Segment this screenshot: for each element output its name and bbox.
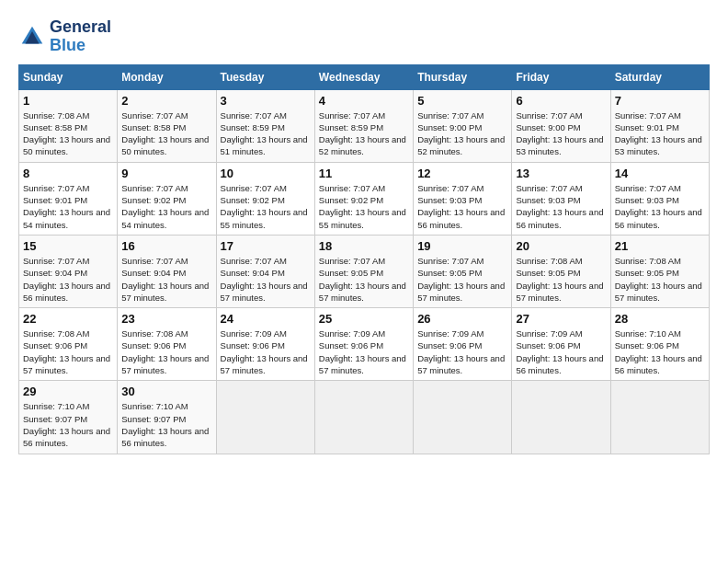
logo: General Blue [18, 18, 111, 55]
day-number: 8 [23, 167, 113, 180]
day-number: 30 [121, 385, 211, 398]
calendar-cell [610, 381, 709, 454]
calendar-cell: 24 Sunrise: 7:09 AM Sunset: 9:06 PM Dayl… [216, 308, 314, 381]
day-number: 29 [23, 385, 113, 398]
col-thursday: Thursday [414, 64, 512, 89]
calendar-cell: 4 Sunrise: 7:07 AM Sunset: 8:59 PM Dayli… [314, 89, 413, 162]
calendar-cell [314, 381, 413, 454]
day-info: Sunrise: 7:07 AM Sunset: 9:03 PM Dayligh… [417, 182, 507, 231]
logo-icon [18, 23, 46, 51]
calendar-week-row-5: 29 Sunrise: 7:10 AM Sunset: 9:07 PM Dayl… [19, 381, 710, 454]
day-info: Sunrise: 7:09 AM Sunset: 9:06 PM Dayligh… [319, 327, 409, 376]
day-info: Sunrise: 7:07 AM Sunset: 9:04 PM Dayligh… [23, 255, 113, 304]
calendar-cell: 6 Sunrise: 7:07 AM Sunset: 9:00 PM Dayli… [512, 89, 610, 162]
day-info: Sunrise: 7:08 AM Sunset: 8:58 PM Dayligh… [23, 109, 113, 158]
day-info: Sunrise: 7:08 AM Sunset: 9:05 PM Dayligh… [516, 255, 606, 304]
calendar-cell: 28 Sunrise: 7:10 AM Sunset: 9:06 PM Dayl… [610, 308, 709, 381]
calendar-cell: 19 Sunrise: 7:07 AM Sunset: 9:05 PM Dayl… [414, 235, 512, 307]
calendar-cell: 16 Sunrise: 7:07 AM Sunset: 9:04 PM Dayl… [118, 235, 216, 307]
day-info: Sunrise: 7:07 AM Sunset: 9:01 PM Dayligh… [615, 109, 705, 158]
calendar-cell: 21 Sunrise: 7:08 AM Sunset: 9:05 PM Dayl… [610, 235, 709, 307]
day-number: 17 [221, 239, 311, 253]
calendar-cell: 27 Sunrise: 7:09 AM Sunset: 9:06 PM Dayl… [512, 308, 610, 381]
day-number: 19 [417, 239, 507, 253]
day-number: 25 [319, 312, 409, 326]
day-number: 7 [615, 94, 705, 108]
day-info: Sunrise: 7:07 AM Sunset: 9:05 PM Dayligh… [417, 255, 507, 304]
col-tuesday: Tuesday [216, 64, 314, 89]
day-info: Sunrise: 7:07 AM Sunset: 9:00 PM Dayligh… [516, 109, 606, 158]
day-number: 21 [615, 239, 705, 253]
day-info: Sunrise: 7:07 AM Sunset: 9:01 PM Dayligh… [23, 182, 113, 231]
day-number: 14 [615, 167, 705, 180]
calendar-cell: 2 Sunrise: 7:07 AM Sunset: 8:58 PM Dayli… [118, 89, 216, 162]
calendar-cell: 8 Sunrise: 7:07 AM Sunset: 9:01 PM Dayli… [19, 162, 118, 235]
calendar-week-row-2: 8 Sunrise: 7:07 AM Sunset: 9:01 PM Dayli… [19, 162, 710, 235]
calendar-cell: 3 Sunrise: 7:07 AM Sunset: 8:59 PM Dayli… [216, 89, 314, 162]
day-number: 28 [615, 312, 705, 326]
calendar-cell: 13 Sunrise: 7:07 AM Sunset: 9:03 PM Dayl… [512, 162, 610, 235]
day-number: 27 [516, 312, 606, 326]
calendar-cell [512, 381, 610, 454]
day-info: Sunrise: 7:10 AM Sunset: 9:07 PM Dayligh… [121, 400, 211, 449]
day-number: 2 [121, 94, 211, 108]
day-number: 5 [417, 94, 507, 108]
day-info: Sunrise: 7:07 AM Sunset: 9:05 PM Dayligh… [319, 255, 409, 304]
day-info: Sunrise: 7:07 AM Sunset: 9:03 PM Dayligh… [615, 182, 705, 231]
day-info: Sunrise: 7:10 AM Sunset: 9:06 PM Dayligh… [615, 327, 705, 376]
calendar-cell: 11 Sunrise: 7:07 AM Sunset: 9:02 PM Dayl… [314, 162, 413, 235]
col-saturday: Saturday [610, 64, 709, 89]
day-number: 16 [121, 239, 211, 253]
calendar-cell: 10 Sunrise: 7:07 AM Sunset: 9:02 PM Dayl… [216, 162, 314, 235]
day-number: 3 [221, 94, 311, 108]
logo-text: General Blue [50, 18, 111, 55]
day-info: Sunrise: 7:10 AM Sunset: 9:07 PM Dayligh… [23, 400, 113, 449]
day-info: Sunrise: 7:07 AM Sunset: 8:59 PM Dayligh… [319, 109, 409, 158]
day-info: Sunrise: 7:08 AM Sunset: 9:06 PM Dayligh… [23, 327, 113, 376]
day-number: 26 [417, 312, 507, 326]
day-info: Sunrise: 7:09 AM Sunset: 9:06 PM Dayligh… [516, 327, 606, 376]
day-number: 24 [221, 312, 311, 326]
calendar-cell: 18 Sunrise: 7:07 AM Sunset: 9:05 PM Dayl… [314, 235, 413, 307]
day-number: 4 [319, 94, 409, 108]
calendar-cell: 1 Sunrise: 7:08 AM Sunset: 8:58 PM Dayli… [19, 89, 118, 162]
calendar-cell [216, 381, 314, 454]
calendar-cell: 7 Sunrise: 7:07 AM Sunset: 9:01 PM Dayli… [610, 89, 709, 162]
calendar-cell: 20 Sunrise: 7:08 AM Sunset: 9:05 PM Dayl… [512, 235, 610, 307]
day-number: 22 [23, 312, 113, 326]
day-number: 11 [319, 167, 409, 180]
day-info: Sunrise: 7:08 AM Sunset: 9:05 PM Dayligh… [615, 255, 705, 304]
calendar-week-row-1: 1 Sunrise: 7:08 AM Sunset: 8:58 PM Dayli… [19, 89, 710, 162]
calendar-cell: 12 Sunrise: 7:07 AM Sunset: 9:03 PM Dayl… [414, 162, 512, 235]
day-info: Sunrise: 7:08 AM Sunset: 9:06 PM Dayligh… [121, 327, 211, 376]
day-number: 20 [516, 239, 606, 253]
col-monday: Monday [118, 64, 216, 89]
day-number: 15 [23, 239, 113, 253]
calendar-week-row-3: 15 Sunrise: 7:07 AM Sunset: 9:04 PM Dayl… [19, 235, 710, 307]
calendar-header-row: Sunday Monday Tuesday Wednesday Thursday… [19, 64, 710, 89]
day-info: Sunrise: 7:07 AM Sunset: 9:04 PM Dayligh… [221, 255, 311, 304]
calendar-cell: 23 Sunrise: 7:08 AM Sunset: 9:06 PM Dayl… [118, 308, 216, 381]
day-info: Sunrise: 7:09 AM Sunset: 9:06 PM Dayligh… [417, 327, 507, 376]
day-number: 1 [23, 94, 113, 108]
day-number: 9 [121, 167, 211, 180]
calendar-cell [414, 381, 512, 454]
col-sunday: Sunday [19, 64, 118, 89]
calendar-cell: 15 Sunrise: 7:07 AM Sunset: 9:04 PM Dayl… [19, 235, 118, 307]
day-number: 23 [121, 312, 211, 326]
calendar-cell: 5 Sunrise: 7:07 AM Sunset: 9:00 PM Dayli… [414, 89, 512, 162]
calendar-cell: 25 Sunrise: 7:09 AM Sunset: 9:06 PM Dayl… [314, 308, 413, 381]
day-number: 12 [417, 167, 507, 180]
calendar-cell: 9 Sunrise: 7:07 AM Sunset: 9:02 PM Dayli… [118, 162, 216, 235]
calendar-cell: 29 Sunrise: 7:10 AM Sunset: 9:07 PM Dayl… [19, 381, 118, 454]
day-number: 6 [516, 94, 606, 108]
day-number: 18 [319, 239, 409, 253]
day-info: Sunrise: 7:07 AM Sunset: 9:02 PM Dayligh… [121, 182, 211, 231]
day-info: Sunrise: 7:07 AM Sunset: 9:02 PM Dayligh… [319, 182, 409, 231]
day-info: Sunrise: 7:07 AM Sunset: 9:03 PM Dayligh… [516, 182, 606, 231]
day-info: Sunrise: 7:07 AM Sunset: 9:04 PM Dayligh… [121, 255, 211, 304]
day-number: 13 [516, 167, 606, 180]
calendar: Sunday Monday Tuesday Wednesday Thursday… [18, 64, 710, 454]
day-info: Sunrise: 7:09 AM Sunset: 9:06 PM Dayligh… [221, 327, 311, 376]
calendar-week-row-4: 22 Sunrise: 7:08 AM Sunset: 9:06 PM Dayl… [19, 308, 710, 381]
